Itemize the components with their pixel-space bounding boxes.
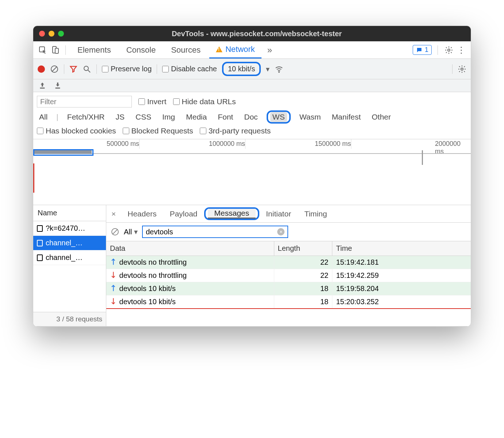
- har-toolbar: [33, 79, 471, 92]
- separator: [65, 45, 66, 55]
- clear-messages-button[interactable]: [111, 227, 119, 236]
- third-party-checkbox[interactable]: 3rd-party requests: [200, 127, 271, 135]
- request-detail-pane: × Headers Payload Messages Initiator Tim…: [106, 205, 471, 326]
- message-row[interactable]: 🡓 devtools no throttling 22 15:19:42.259: [106, 269, 471, 282]
- svg-rect-10: [40, 88, 45, 89]
- separator: [157, 64, 157, 74]
- request-split-pane: Name ?k=62470… channel_… channel_… 3 / 5…: [33, 205, 471, 326]
- svg-line-13: [112, 229, 118, 234]
- hide-data-urls-checkbox[interactable]: Hide data URLs: [173, 97, 236, 106]
- messages-toolbar: All ▾ ×: [106, 223, 471, 241]
- message-row[interactable]: 🡑 devtools no throttling 22 15:19:42.181: [106, 256, 471, 269]
- throttle-caret-icon[interactable]: ▾: [266, 65, 270, 73]
- request-row[interactable]: channel_…: [33, 236, 106, 250]
- col-length[interactable]: Length: [274, 241, 332, 256]
- tab-network[interactable]: Network: [209, 41, 261, 58]
- network-conditions-icon[interactable]: [275, 65, 283, 73]
- warning-icon: [216, 46, 222, 52]
- svg-line-7: [88, 70, 90, 72]
- request-name: channel_…: [46, 253, 83, 262]
- message-row[interactable]: 🡑 devtools 10 kbit/s 18 15:19:58.204: [106, 282, 471, 295]
- timeline-selection[interactable]: [33, 149, 93, 156]
- invert-checkbox[interactable]: Invert: [138, 97, 167, 106]
- throttling-value: 10 kbit/s: [228, 65, 255, 73]
- request-row[interactable]: ?k=62470…: [33, 221, 106, 236]
- filter-type-js[interactable]: JS: [114, 112, 127, 122]
- traffic-lights: [39, 31, 64, 37]
- minimize-window-button[interactable]: [49, 31, 54, 37]
- filter-type-fetch[interactable]: Fetch/XHR: [65, 112, 107, 122]
- detail-tab-messages[interactable]: Messages: [208, 209, 256, 219]
- maximize-window-button[interactable]: [58, 31, 64, 37]
- clear-filter-icon[interactable]: ×: [277, 228, 285, 235]
- svg-line-5: [52, 67, 57, 72]
- settings-gear-icon[interactable]: [444, 45, 454, 55]
- preserve-log-checkbox[interactable]: Preserve log: [102, 65, 152, 73]
- request-list: Name ?k=62470… channel_… channel_… 3 / 5…: [33, 205, 106, 326]
- import-har-icon[interactable]: [54, 82, 62, 90]
- svg-point-6: [84, 66, 88, 71]
- blocked-requests-checkbox[interactable]: Blocked Requests: [123, 127, 193, 135]
- col-data[interactable]: Data: [106, 241, 274, 256]
- filter-type-other[interactable]: Other: [370, 112, 393, 122]
- export-har-icon[interactable]: [38, 82, 46, 90]
- kebab-menu-icon[interactable]: ⋮: [456, 45, 466, 55]
- messages-tab-highlight: Messages: [204, 207, 260, 220]
- network-toolbar: Preserve log Disable cache 10 kbit/s ▾: [33, 59, 471, 79]
- document-icon: [37, 254, 43, 261]
- timeline-tick: 1000000 ms: [209, 140, 245, 148]
- tab-console[interactable]: Console: [120, 41, 163, 58]
- request-list-header[interactable]: Name: [33, 205, 106, 221]
- filter-type-ws[interactable]: WS: [270, 112, 287, 122]
- devtools-window: DevTools - www.piesocket.com/websocket-t…: [33, 26, 471, 327]
- filter-type-all[interactable]: All: [37, 112, 50, 122]
- preserve-log-label: Preserve log: [111, 65, 152, 73]
- filter-type-ws-highlight: WS: [267, 110, 291, 124]
- network-settings-gear-icon[interactable]: [458, 65, 466, 73]
- filter-type-css[interactable]: CSS: [133, 112, 153, 122]
- timeline-tick: 1500000 ms: [315, 140, 351, 148]
- filter-type-font[interactable]: Font: [215, 112, 235, 122]
- separator: [438, 45, 438, 55]
- filter-type-manifest[interactable]: Manifest: [329, 112, 363, 122]
- separator: [96, 64, 97, 74]
- throttling-select[interactable]: 10 kbit/s: [222, 62, 261, 76]
- filter-type-media[interactable]: Media: [184, 112, 209, 122]
- detail-tab-headers[interactable]: Headers: [121, 205, 163, 222]
- request-row[interactable]: channel_…: [33, 250, 106, 265]
- arrow-down-icon: 🡓: [110, 271, 117, 279]
- detail-tab-payload[interactable]: Payload: [163, 205, 204, 222]
- detail-tab-timing[interactable]: Timing: [298, 205, 333, 222]
- col-time[interactable]: Time: [332, 241, 471, 256]
- tab-network-label: Network: [225, 45, 255, 54]
- inspect-element-icon[interactable]: [38, 45, 48, 55]
- timeline-overview[interactable]: 500000 ms 1000000 ms 1500000 ms 2000000 …: [33, 139, 471, 205]
- separator: [452, 64, 453, 74]
- messages-filter-input[interactable]: [146, 228, 277, 236]
- svg-rect-2: [55, 48, 58, 53]
- more-tabs-chevron[interactable]: »: [264, 45, 276, 55]
- issues-badge[interactable]: 1: [413, 45, 432, 55]
- issues-count: 1: [425, 46, 428, 54]
- disable-cache-checkbox[interactable]: Disable cache: [162, 65, 217, 73]
- filter-input[interactable]: [37, 96, 132, 107]
- filter-funnel-icon[interactable]: [69, 65, 77, 73]
- tab-sources[interactable]: Sources: [164, 41, 207, 58]
- close-window-button[interactable]: [39, 31, 45, 37]
- request-name: ?k=62470…: [46, 224, 85, 233]
- blocked-cookies-checkbox[interactable]: Has blocked cookies: [37, 127, 116, 135]
- detail-tab-initiator[interactable]: Initiator: [259, 205, 298, 222]
- messages-direction-select[interactable]: All ▾: [124, 227, 138, 236]
- clear-button[interactable]: [50, 65, 59, 73]
- record-button[interactable]: [38, 65, 45, 73]
- request-count-footer: 3 / 58 requests: [33, 312, 106, 326]
- filter-type-img[interactable]: Img: [160, 112, 177, 122]
- search-icon[interactable]: [83, 65, 91, 73]
- message-row[interactable]: 🡓 devtools 10 kbit/s 18 15:20:03.252: [106, 295, 471, 309]
- device-toolbar-icon[interactable]: [50, 45, 60, 55]
- arrow-up-icon: 🡑: [110, 284, 117, 292]
- filter-type-wasm[interactable]: Wasm: [297, 112, 323, 122]
- tab-elements[interactable]: Elements: [71, 41, 118, 58]
- close-detail-button[interactable]: ×: [106, 209, 121, 218]
- filter-type-doc[interactable]: Doc: [242, 112, 260, 122]
